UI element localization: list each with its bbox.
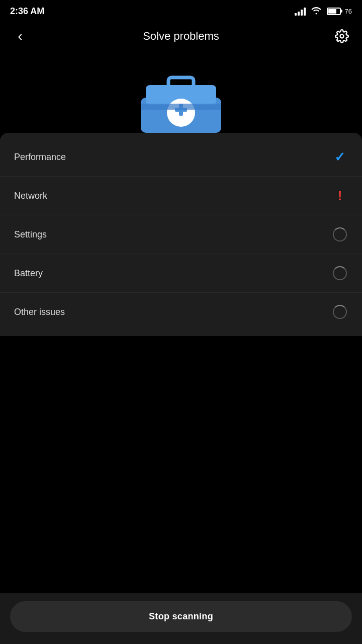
settings-button[interactable] [332,26,352,46]
item-status-network: ! [332,188,348,204]
back-arrow-icon: ‹ [18,28,22,44]
page-title: Solve problems [143,30,219,43]
check-icon: ✓ [334,149,345,165]
item-label-battery: Battery [14,268,43,279]
item-status-other-issues [332,304,348,320]
list-item-battery[interactable]: Battery [0,254,362,293]
svg-rect-3 [168,77,194,88]
item-label-other-issues: Other issues [14,307,65,317]
item-label-performance: Performance [14,152,66,163]
list-item-other-issues[interactable]: Other issues [0,293,362,331]
item-label-network: Network [14,191,47,201]
gear-icon [335,29,349,43]
card-panel: Performance ✓ Network ! Settings Battery… [0,133,362,336]
hero-area [0,52,362,133]
bottom-bar: Stop scanning [0,593,362,644]
loading-circle-settings [333,227,347,242]
signal-icon [295,7,306,16]
svg-rect-7 [141,104,221,110]
svg-point-0 [340,35,343,38]
stop-scan-button[interactable]: Stop scanning [10,601,352,632]
list-item-settings[interactable]: Settings [0,215,362,254]
item-status-battery [332,265,348,281]
status-bar: 2:36 AM 76 [0,0,362,20]
battery-level: 76 [345,8,352,15]
status-time: 2:36 AM [10,6,44,17]
item-status-performance: ✓ [332,149,348,165]
top-bar: ‹ Solve problems [0,20,362,52]
wifi-icon [311,6,322,17]
battery-indicator: 76 [327,8,352,15]
back-button[interactable]: ‹ [10,26,30,46]
item-status-settings [332,226,348,243]
loading-circle-battery [333,266,347,280]
item-label-settings: Settings [14,229,47,240]
list-item-network[interactable]: Network ! [0,177,362,215]
status-icons: 76 [295,6,352,17]
loading-circle-other-issues [333,305,347,319]
toolbox-icon [131,57,231,133]
warning-icon: ! [338,188,342,204]
list-item-performance[interactable]: Performance ✓ [0,138,362,177]
